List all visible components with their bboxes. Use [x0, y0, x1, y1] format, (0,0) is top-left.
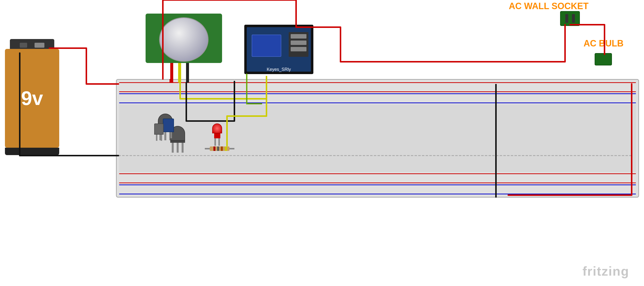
relay-coil	[252, 35, 281, 57]
cap-pins-1	[163, 132, 174, 138]
ac-wall-socket-label: AC WALL SOCKET	[509, 1, 588, 11]
fritzing-watermark: fritzing	[582, 264, 629, 278]
capacitor-1	[163, 119, 174, 138]
ac-socket-pin-1	[565, 14, 568, 23]
capacitor-2	[154, 124, 164, 142]
cap-pin-2b	[161, 135, 162, 141]
relay-contacts	[289, 32, 308, 57]
battery: 9v	[5, 39, 59, 155]
transistor-pin-2b	[177, 143, 179, 153]
wire-red-relay-ac	[296, 25, 565, 62]
relay-contact-3	[291, 47, 306, 51]
breadboard	[116, 79, 639, 198]
led-pin-cathode	[218, 138, 220, 146]
bb-rail-top-red	[119, 82, 636, 92]
relay-module: Keyes_SRly	[244, 25, 313, 74]
resistor-band-2	[217, 146, 219, 151]
transistor-pins-2	[170, 143, 185, 153]
relay-contact-1	[291, 34, 306, 39]
resistor-body	[210, 146, 230, 151]
led-body	[214, 133, 220, 138]
cap-pins-2	[154, 135, 164, 141]
pir-pin-red	[170, 63, 173, 83]
battery-voltage-label: 9v	[21, 87, 43, 110]
cap-body-2	[154, 124, 164, 135]
cap-body-1	[163, 119, 174, 132]
bb-rail-bot-red	[119, 173, 636, 183]
battery-terminal-neg	[20, 43, 27, 48]
resistor-band-1	[214, 146, 216, 151]
battery-bottom	[5, 148, 59, 155]
relay-contact-2	[291, 41, 306, 45]
led-pin-anode	[214, 138, 216, 146]
resistor-band-4	[225, 146, 227, 151]
resistor-component	[205, 146, 234, 152]
ac-bulb-label: AC BULB	[584, 38, 624, 49]
pir-pins	[170, 63, 189, 83]
bb-rail-bot-blue	[119, 184, 636, 194]
cap-pin-1a	[165, 132, 166, 138]
led-component	[212, 124, 222, 146]
pir-dome	[159, 17, 208, 62]
led-head	[212, 124, 222, 133]
relay-board	[247, 27, 311, 72]
transistor-pin-2a	[172, 143, 174, 153]
battery-terminal-pos	[34, 43, 44, 48]
pir-pin-black	[186, 63, 189, 83]
ac-socket-pin-2	[572, 14, 575, 23]
pir-pin-yellow	[178, 63, 181, 83]
resistor-lead-left	[205, 148, 210, 149]
cap-pin-2a	[156, 135, 158, 141]
relay-label: Keyes_SRly	[267, 67, 291, 72]
ac-bulb-connector	[595, 53, 612, 66]
pir-sensor	[146, 14, 222, 83]
resistor-band-3	[221, 146, 223, 151]
led-pins	[212, 138, 222, 146]
wire-red-battery-to-bb	[49, 48, 118, 84]
pir-board	[146, 14, 222, 63]
bb-holes-main	[119, 105, 636, 172]
cap-pin-1b	[170, 132, 172, 138]
ac-socket-pins	[560, 12, 579, 23]
ac-wall-socket	[560, 11, 580, 26]
bb-rail-top-blue	[119, 93, 636, 103]
battery-body: 9v	[5, 49, 59, 148]
resistor-lead-right	[230, 148, 234, 149]
transistor-pin-2c	[182, 143, 184, 153]
transistor-flat-2	[170, 141, 185, 143]
